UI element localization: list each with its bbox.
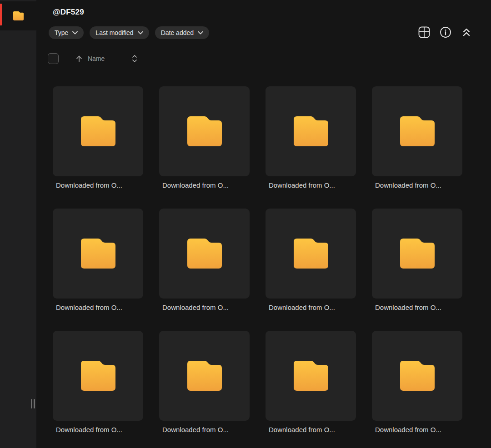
filter-last-modified-label: Last modified bbox=[95, 29, 133, 36]
file-item: Downloaded from O... bbox=[53, 209, 143, 331]
sort-direction-toggle-icon[interactable] bbox=[131, 54, 138, 63]
folder-card[interactable] bbox=[53, 86, 143, 176]
file-label[interactable]: Downloaded from O... bbox=[266, 304, 356, 311]
filter-type-label: Type bbox=[55, 29, 68, 36]
file-label[interactable]: Downloaded from O... bbox=[53, 304, 143, 311]
arrow-up-icon bbox=[75, 55, 83, 63]
chevron-down-icon bbox=[72, 31, 78, 35]
folder-icon bbox=[400, 116, 435, 146]
folder-icon bbox=[187, 239, 222, 269]
file-label[interactable]: Downloaded from O... bbox=[372, 426, 462, 433]
list-header: Name bbox=[48, 53, 138, 64]
view-toolbar bbox=[418, 26, 472, 38]
file-item: Downloaded from O... bbox=[266, 331, 356, 448]
folder-icon bbox=[187, 361, 222, 391]
chevron-down-icon bbox=[198, 31, 203, 35]
folder-icon bbox=[187, 116, 222, 146]
file-manager-window: @DF529 Type Last modified Date added bbox=[0, 0, 491, 448]
file-item: Downloaded from O... bbox=[53, 86, 143, 209]
filter-type-button[interactable]: Type bbox=[49, 26, 84, 39]
folder-icon bbox=[294, 239, 328, 269]
filter-date-added-label: Date added bbox=[161, 29, 194, 36]
folder-icon bbox=[81, 116, 115, 146]
file-label[interactable]: Downloaded from O... bbox=[159, 426, 250, 433]
file-label[interactable]: Downloaded from O... bbox=[372, 304, 462, 311]
file-item: Downloaded from O... bbox=[53, 331, 143, 448]
folder-icon bbox=[81, 239, 115, 269]
file-label[interactable]: Downloaded from O... bbox=[159, 181, 250, 189]
file-item: Downloaded from O... bbox=[159, 209, 250, 331]
sidebar bbox=[0, 0, 36, 448]
folder-icon bbox=[294, 361, 328, 391]
filter-date-added-button[interactable]: Date added bbox=[155, 26, 209, 39]
sidebar-item-active-folder[interactable] bbox=[0, 1, 36, 30]
main-content: @DF529 Type Last modified Date added bbox=[36, 0, 491, 448]
file-label[interactable]: Downloaded from O... bbox=[53, 181, 143, 189]
folder-card[interactable] bbox=[266, 331, 356, 421]
folder-card[interactable] bbox=[53, 209, 143, 299]
folder-card[interactable] bbox=[266, 86, 356, 176]
folder-card[interactable] bbox=[372, 331, 462, 421]
folder-icon bbox=[400, 361, 435, 391]
file-item: Downloaded from O... bbox=[266, 86, 356, 209]
file-label[interactable]: Downloaded from O... bbox=[266, 426, 356, 433]
file-item: Downloaded from O... bbox=[372, 86, 462, 209]
folder-card[interactable] bbox=[372, 209, 462, 299]
folder-icon bbox=[294, 116, 328, 146]
file-item: Downloaded from O... bbox=[159, 86, 250, 209]
folder-icon bbox=[81, 361, 115, 391]
folder-card[interactable] bbox=[372, 86, 462, 176]
folder-card[interactable] bbox=[159, 331, 250, 421]
file-item: Downloaded from O... bbox=[159, 331, 250, 448]
folder-icon bbox=[13, 11, 24, 20]
file-item: Downloaded from O... bbox=[372, 331, 462, 448]
sort-by-name[interactable]: Name bbox=[75, 55, 105, 63]
collapse-up-icon[interactable] bbox=[461, 26, 472, 38]
grid-view-icon[interactable] bbox=[418, 26, 430, 38]
file-label[interactable]: Downloaded from O... bbox=[266, 181, 356, 189]
file-label[interactable]: Downloaded from O... bbox=[372, 181, 462, 189]
folder-card[interactable] bbox=[53, 331, 143, 421]
folder-icon bbox=[400, 239, 435, 269]
sidebar-resize-handle[interactable] bbox=[31, 399, 35, 408]
file-item: Downloaded from O... bbox=[372, 209, 462, 331]
filter-bar: Type Last modified Date added bbox=[49, 26, 209, 39]
folder-card[interactable] bbox=[266, 209, 356, 299]
file-item: Downloaded from O... bbox=[266, 209, 356, 331]
info-icon[interactable] bbox=[440, 26, 451, 38]
page-title: @DF529 bbox=[53, 8, 84, 17]
folder-card[interactable] bbox=[159, 86, 250, 176]
file-grid: Downloaded from O... Downloaded from O..… bbox=[53, 86, 462, 448]
active-indicator bbox=[0, 4, 2, 25]
sort-field-label: Name bbox=[88, 55, 105, 62]
folder-card[interactable] bbox=[159, 209, 250, 299]
file-label[interactable]: Downloaded from O... bbox=[159, 304, 250, 311]
chevron-down-icon bbox=[138, 31, 143, 35]
select-all-checkbox[interactable] bbox=[48, 53, 59, 64]
filter-last-modified-button[interactable]: Last modified bbox=[90, 26, 149, 39]
file-label[interactable]: Downloaded from O... bbox=[53, 426, 143, 433]
